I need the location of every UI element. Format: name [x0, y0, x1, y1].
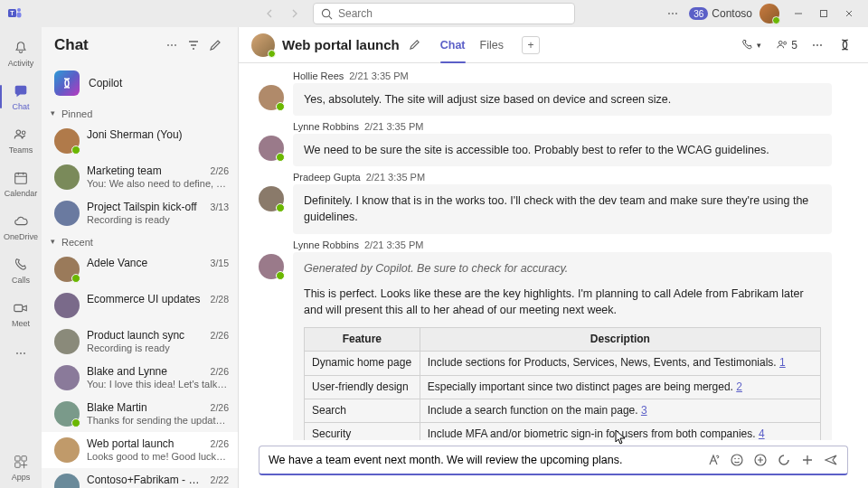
- chat-header: Web portal launch Chat Files + ▾ 5 ⋯: [239, 27, 868, 63]
- svg-rect-11: [22, 456, 26, 461]
- new-chat-button[interactable]: [205, 35, 225, 55]
- message-bubble[interactable]: We need to be sure the site is accessibl…: [293, 134, 832, 166]
- minimize-button[interactable]: [787, 4, 810, 23]
- tab-chat[interactable]: Chat: [440, 27, 466, 62]
- attach-button[interactable]: [753, 453, 768, 467]
- chat-item-preview: Recording is ready: [87, 343, 229, 353]
- citation-link[interactable]: 1: [779, 356, 786, 369]
- org-switcher[interactable]: 36 Contoso: [689, 7, 752, 20]
- message-meta: Lynne Robbins2/21 3:35 PM: [293, 239, 832, 250]
- avatar: [54, 257, 80, 282]
- message: Lynne Robbins2/21 3:35 PM Generated by C…: [259, 239, 832, 441]
- chat-list-item[interactable]: Blake and Lynne2/26 You: I love this ide…: [42, 360, 238, 396]
- message-bubble[interactable]: Definitely. I know that is in the works …: [293, 184, 832, 233]
- loop-button[interactable]: [777, 453, 791, 467]
- compose-input[interactable]: [269, 454, 699, 466]
- nav-back-button[interactable]: [259, 3, 280, 24]
- chat-item-time: 3/13: [211, 202, 229, 212]
- rail-more-button[interactable]: ⋯: [8, 340, 33, 367]
- chat-item-name: Blake and Lynne: [87, 365, 207, 378]
- svg-point-13: [779, 41, 783, 44]
- profile-avatar[interactable]: [760, 4, 779, 23]
- send-button[interactable]: [824, 453, 838, 467]
- svg-rect-10: [15, 456, 20, 461]
- message-text: Definitely. I know that is in the works …: [304, 194, 808, 223]
- avatar: [54, 365, 80, 390]
- rail-onedrive[interactable]: OneDrive: [0, 206, 42, 248]
- call-button[interactable]: ▾: [738, 35, 764, 54]
- rail-meet[interactable]: Meet: [0, 293, 42, 334]
- rail-chat[interactable]: Chat: [0, 76, 42, 117]
- svg-point-2: [17, 8, 21, 12]
- pinned-section-header[interactable]: Pinned: [42, 103, 238, 123]
- rail-apps-button[interactable]: Apps: [0, 446, 42, 488]
- teams-logo-icon: T: [7, 5, 24, 22]
- message-meta: Pradeep Gupta2/21 3:35 PM: [293, 172, 832, 183]
- maximize-button[interactable]: [812, 4, 835, 23]
- chat-list-item[interactable]: Ecommerce UI updates2/28: [42, 287, 238, 324]
- chat-item-name: Product launch sync: [87, 329, 207, 342]
- svg-text:T: T: [10, 10, 14, 16]
- message-avatar[interactable]: [259, 254, 284, 279]
- edit-chat-name-button[interactable]: [407, 37, 422, 52]
- recent-section-header[interactable]: Recent: [42, 231, 238, 251]
- org-name: Contoso: [712, 7, 752, 20]
- more-options-button[interactable]: ⋯: [664, 4, 682, 23]
- chatlist-more-button[interactable]: ⋯: [162, 35, 182, 55]
- compose-box[interactable]: [259, 446, 848, 475]
- copilot-chat-item[interactable]: Copilot: [42, 63, 238, 103]
- svg-point-4: [322, 9, 329, 16]
- chat-header-avatar[interactable]: [251, 33, 275, 57]
- participants-button[interactable]: 5: [773, 35, 800, 54]
- phone-icon: [12, 256, 30, 274]
- message-avatar[interactable]: [259, 85, 284, 110]
- copilot-pane-button[interactable]: [835, 34, 855, 55]
- citation-link[interactable]: 4: [759, 427, 765, 440]
- message: Lynne Robbins2/21 3:35 PM We need to be …: [259, 121, 832, 166]
- search-icon: [321, 8, 333, 20]
- message-bubble[interactable]: Yes, absolutely. The site will adjust si…: [293, 83, 832, 116]
- rail-calls[interactable]: Calls: [0, 249, 42, 291]
- chat-list-item[interactable]: Web portal launch2/26 Looks good to me! …: [42, 432, 238, 468]
- chat-item-name: Contoso+Fabrikam - Web portal ki...: [87, 474, 207, 486]
- tab-files[interactable]: Files: [480, 27, 504, 62]
- chat-list-item[interactable]: Product launch sync2/26 Recording is rea…: [42, 324, 238, 360]
- emoji-button[interactable]: [730, 453, 744, 467]
- chat-list-item[interactable]: Project Tailspin kick-off3/13 Recording …: [42, 195, 238, 231]
- chat-list-item[interactable]: Marketing team2/26 You: We also need to …: [42, 159, 238, 195]
- rail-activity[interactable]: Activity: [0, 33, 42, 74]
- chat-item-time: 2/26: [211, 165, 229, 176]
- citation-link[interactable]: 3: [641, 404, 647, 417]
- app-rail: Activity Chat Teams Calendar OneDrive Ca…: [0, 27, 42, 488]
- add-tab-button[interactable]: +: [522, 36, 540, 54]
- messages-scroll[interactable]: Hollie Rees2/21 3:35 PM Yes, absolutely.…: [239, 63, 868, 440]
- message-text: Yes, absolutely. The site will adjust si…: [304, 93, 671, 106]
- avatar: [54, 474, 80, 488]
- search-box[interactable]: [313, 3, 575, 24]
- search-input[interactable]: [338, 7, 567, 20]
- chat-item-name: Web portal launch: [87, 437, 207, 450]
- rail-calendar[interactable]: Calendar: [0, 163, 42, 204]
- compose-more-button[interactable]: [800, 453, 815, 467]
- message-bubble[interactable]: Generated by Copilot. Be sure to check f…: [293, 252, 832, 441]
- generated-notice: Generated by Copilot. Be sure to check f…: [304, 260, 821, 277]
- chat-list-item[interactable]: Contoso+Fabrikam - Web portal ki...2/22 …: [42, 468, 238, 488]
- chat-more-button[interactable]: ⋯: [809, 36, 826, 54]
- message-meta: Hollie Rees2/21 3:35 PM: [293, 70, 832, 81]
- format-button[interactable]: [706, 453, 721, 467]
- avatar: [54, 128, 80, 154]
- rail-teams[interactable]: Teams: [0, 119, 42, 161]
- cloud-icon: [12, 212, 30, 230]
- nav-forward-button[interactable]: [284, 3, 306, 24]
- svg-rect-12: [15, 463, 20, 467]
- chatlist-filter-button[interactable]: [184, 35, 203, 55]
- chat-list-item[interactable]: Adele Vance3/15: [42, 251, 238, 287]
- chat-list-item[interactable]: Joni Sherman (You): [42, 123, 238, 159]
- chat-list-item[interactable]: Blake Martin2/26 Thanks for sending the …: [42, 396, 238, 432]
- citation-link[interactable]: 2: [736, 380, 742, 393]
- avatar: [54, 293, 80, 318]
- message-avatar[interactable]: [259, 186, 284, 211]
- svg-rect-3: [17, 13, 22, 18]
- close-button[interactable]: [837, 4, 861, 23]
- message-avatar[interactable]: [259, 136, 284, 161]
